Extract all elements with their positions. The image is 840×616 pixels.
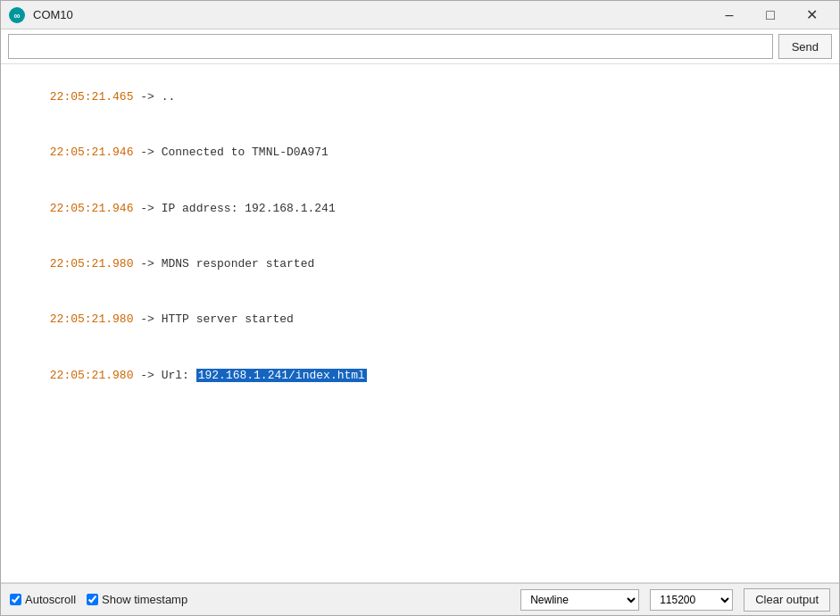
show-timestamp-text: Show timestamp: [102, 593, 187, 606]
titlebar: ∞ COM10 – □ ✕: [1, 1, 839, 29]
app-logo-icon: ∞: [8, 6, 26, 24]
serial-input[interactable]: [8, 34, 773, 59]
output-line-5: 22:05:21.980 -> HTTP server started: [8, 293, 832, 348]
autoscroll-label[interactable]: Autoscroll: [10, 593, 76, 606]
output-line-2: 22:05:21.946 -> Connected to TMNL-D0A971: [8, 125, 832, 180]
send-button[interactable]: Send: [778, 34, 832, 59]
show-timestamp-checkbox[interactable]: [87, 594, 98, 605]
serial-output: 22:05:21.465 -> .. 22:05:21.946 -> Conne…: [1, 64, 839, 583]
output-line-4: 22:05:21.980 -> MDNS responder started: [8, 237, 832, 292]
autoscroll-text: Autoscroll: [25, 593, 76, 606]
autoscroll-checkbox[interactable]: [10, 594, 21, 605]
show-timestamp-label[interactable]: Show timestamp: [87, 593, 187, 606]
newline-select[interactable]: No line ending Newline Carriage return B…: [520, 589, 639, 611]
svg-text:∞: ∞: [13, 11, 20, 21]
baud-select[interactable]: 300 1200 2400 4800 9600 19200 38400 5760…: [650, 589, 733, 611]
maximize-button[interactable]: □: [750, 1, 791, 29]
output-line-1: 22:05:21.465 -> ..: [8, 70, 832, 125]
output-line-3: 22:05:21.946 -> IP address: 192.168.1.24…: [8, 181, 832, 237]
main-window: ∞ COM10 – □ ✕ Send 22:05:21.465 -> .. 22…: [0, 0, 840, 616]
minimize-button[interactable]: –: [709, 1, 750, 29]
window-controls: – □ ✕: [709, 1, 832, 29]
highlighted-url: 192.168.1.241/index.html: [196, 369, 367, 382]
statusbar: Autoscroll Show timestamp No line ending…: [1, 583, 839, 615]
input-toolbar: Send: [1, 29, 839, 64]
output-line-6: 22:05:21.980 -> Url: 192.168.1.241/index…: [8, 348, 832, 404]
close-button[interactable]: ✕: [791, 1, 832, 29]
clear-output-button[interactable]: Clear output: [744, 588, 830, 612]
window-title: COM10: [33, 8, 709, 21]
